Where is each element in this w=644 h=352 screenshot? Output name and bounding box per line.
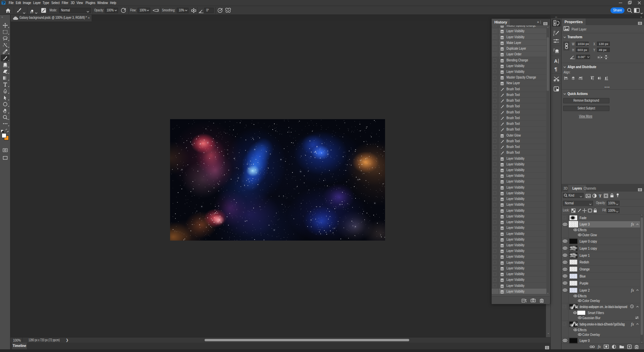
svg-text:A: A xyxy=(554,58,557,64)
svg-text:¶: ¶ xyxy=(554,66,557,71)
